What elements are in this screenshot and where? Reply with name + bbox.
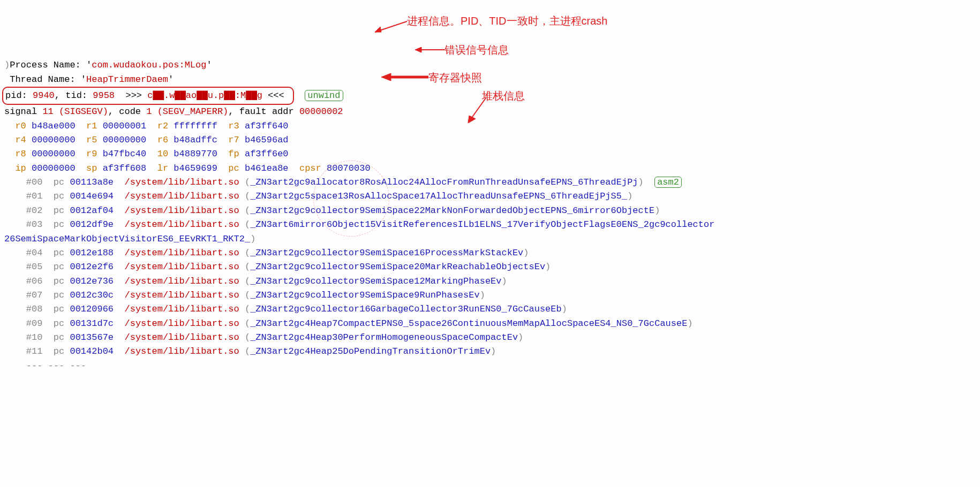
annotation-registers: 寄存器快照 bbox=[428, 70, 482, 86]
svg-marker-0 bbox=[375, 27, 381, 32]
annotation-stack: 堆栈信息 bbox=[482, 88, 525, 104]
asm-badge[interactable]: asm2 bbox=[654, 177, 682, 188]
unwind-badge[interactable]: unwind bbox=[305, 90, 343, 101]
annotation-signal-info: 错误信号信息 bbox=[444, 42, 509, 58]
watermark-circle bbox=[313, 161, 389, 237]
svg-marker-2 bbox=[381, 73, 391, 81]
svg-marker-3 bbox=[468, 116, 476, 123]
annotation-process-info: 进程信息。PID、TID一致时，主进程crash bbox=[407, 13, 607, 29]
crash-log: )Process Name: 'com.wudaokou.pos:MLog' T… bbox=[4, 58, 980, 373]
pid-tid-line: pid: 9940, tid: 9958 >>> c▇▇.w▇▇ao▇▇u.p▇… bbox=[2, 87, 294, 105]
svg-marker-1 bbox=[415, 47, 421, 52]
